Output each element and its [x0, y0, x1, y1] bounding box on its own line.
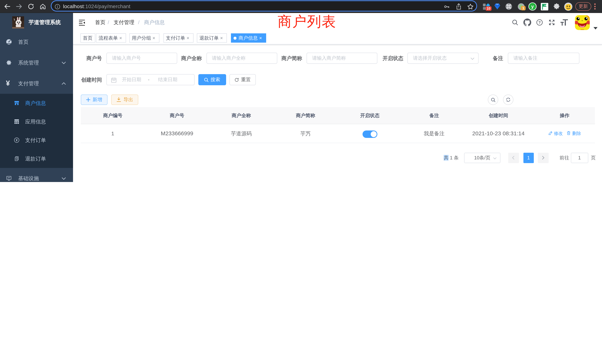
svg-text:¥: ¥	[16, 139, 18, 142]
svg-text:?: ?	[538, 20, 541, 24]
svg-text:y: y	[531, 4, 534, 9]
